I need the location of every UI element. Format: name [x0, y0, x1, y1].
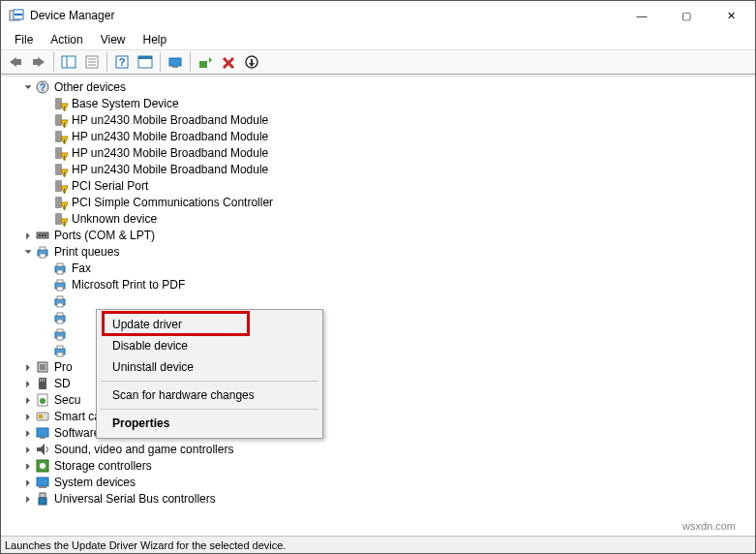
- tree-node[interactable]: •!PCI Serial Port: [2, 177, 754, 194]
- context-menu-properties[interactable]: Properties: [99, 413, 320, 434]
- svg-rect-69: [57, 346, 63, 349]
- context-menu-disable-device[interactable]: Disable device: [99, 335, 320, 356]
- warn-icon: !: [52, 112, 68, 128]
- caret-expanded-icon[interactable]: ⏷: [21, 82, 35, 92]
- svg-rect-76: [44, 379, 45, 382]
- context-menu-scan-hardware[interactable]: Scan for hardware changes: [99, 385, 320, 406]
- svg-point-78: [40, 398, 45, 404]
- uninstall-device-button[interactable]: [218, 51, 239, 73]
- caret-collapsed-icon[interactable]: ⏵: [21, 231, 35, 240]
- context-menu-update-driver[interactable]: Update driver: [99, 314, 320, 335]
- caret-expanded-icon[interactable]: ⏷: [21, 247, 35, 257]
- close-button[interactable]: ✕: [709, 1, 753, 30]
- show-hide-tree-button[interactable]: [58, 51, 79, 73]
- smartcard-icon: [35, 409, 50, 424]
- titlebar: Device Manager — ▢ ✕: [1, 1, 755, 30]
- tree-node[interactable]: •Microsoft Print to PDF: [2, 276, 754, 292]
- update-driver-button[interactable]: [195, 51, 216, 73]
- action-button[interactable]: [135, 51, 156, 73]
- tree-node[interactable]: •!HP un2430 Mobile Broadband Module: [2, 111, 754, 128]
- tree-node[interactable]: ⏵System devices: [2, 474, 754, 490]
- tree-node-label: Storage controllers: [54, 459, 152, 473]
- menu-action[interactable]: Action: [43, 31, 90, 48]
- caret-none: •: [39, 115, 52, 125]
- menu-view[interactable]: View: [93, 31, 134, 48]
- menu-file[interactable]: File: [7, 31, 41, 48]
- tree-node[interactable]: ⏷?Other devices: [2, 78, 754, 95]
- warn-icon: !: [52, 162, 68, 177]
- window-controls: — ▢ ✕: [620, 1, 753, 30]
- printer-icon: [52, 343, 68, 358]
- svg-text:!: !: [64, 187, 66, 194]
- tree-node[interactable]: ⏷Print queues: [2, 243, 754, 260]
- context-menu-uninstall-device[interactable]: Uninstall device: [99, 356, 320, 378]
- svg-rect-67: [57, 336, 63, 340]
- storage-icon: [35, 458, 50, 474]
- tree-node[interactable]: •!Base System Device: [2, 95, 754, 111]
- svg-rect-66: [57, 329, 63, 332]
- tree-node[interactable]: ⏵Storage controllers: [2, 457, 754, 474]
- statusbar-text: Launches the Update Driver Wizard for th…: [5, 539, 286, 551]
- nav-back-button[interactable]: [5, 51, 26, 73]
- svg-rect-2: [15, 14, 22, 15]
- tree-node-label: System devices: [54, 476, 136, 489]
- svg-rect-72: [40, 364, 45, 370]
- caret-collapsed-icon[interactable]: ⏵: [21, 379, 35, 388]
- tree-node-label: Sound, video and game controllers: [54, 443, 233, 456]
- port-icon: [35, 228, 50, 243]
- toolbar-separator: [190, 52, 191, 72]
- caret-collapsed-icon[interactable]: ⏵: [21, 477, 35, 487]
- tree-node[interactable]: •!HP un2430 Mobile Broadband Module: [2, 161, 754, 177]
- svg-rect-61: [57, 303, 63, 307]
- help-button[interactable]: ?: [111, 51, 133, 73]
- disable-device-button[interactable]: [241, 51, 262, 73]
- menu-help[interactable]: Help: [136, 31, 175, 48]
- tree-node[interactable]: •: [2, 292, 754, 309]
- svg-rect-5: [62, 56, 76, 68]
- svg-text:!: !: [64, 121, 66, 128]
- usb-icon: [35, 491, 50, 507]
- tree-node-label: HP un2430 Mobile Broadband Module: [72, 113, 268, 127]
- caret-collapsed-icon[interactable]: ⏵: [21, 412, 35, 421]
- toolbar: ?: [1, 49, 755, 75]
- tree-node[interactable]: ⏵Universal Serial Bus controllers: [2, 490, 754, 507]
- tree-node-label: Other devices: [54, 80, 126, 94]
- svg-rect-60: [57, 296, 63, 299]
- window-title: Device Manager: [30, 9, 620, 22]
- caret-none: •: [39, 148, 52, 158]
- printer-icon: [52, 277, 68, 292]
- maximize-button[interactable]: ▢: [664, 1, 709, 30]
- tree-node[interactable]: ⏵Ports (COM & LPT): [2, 227, 754, 243]
- svg-text:?: ?: [119, 56, 126, 68]
- tree-node[interactable]: •!PCI Simple Communications Controller: [2, 194, 754, 210]
- tree-node-label: Unknown device: [72, 212, 157, 226]
- tree-node[interactable]: ⏵Sound, video and game controllers: [2, 441, 754, 457]
- svg-rect-15: [169, 58, 181, 66]
- caret-collapsed-icon[interactable]: ⏵: [21, 428, 35, 438]
- caret-collapsed-icon[interactable]: ⏵: [21, 395, 35, 405]
- tree-node[interactable]: •Fax: [2, 260, 754, 276]
- caret-collapsed-icon[interactable]: ⏵: [21, 494, 35, 504]
- tree-node-label: Microsoft Print to PDF: [72, 278, 185, 292]
- caret-collapsed-icon[interactable]: ⏵: [21, 362, 35, 372]
- tree-node[interactable]: •!HP un2430 Mobile Broadband Module: [2, 128, 754, 144]
- printer-icon: [52, 310, 68, 325]
- minimize-button[interactable]: —: [620, 1, 664, 30]
- toolbar-separator: [53, 52, 54, 72]
- tree-node[interactable]: •!HP un2430 Mobile Broadband Module: [2, 144, 754, 161]
- caret-collapsed-icon[interactable]: ⏵: [21, 461, 35, 471]
- caret-none: •: [39, 313, 52, 323]
- svg-rect-81: [37, 428, 48, 437]
- nav-forward-button[interactable]: [28, 51, 49, 73]
- tree-node-label: Fax: [72, 262, 91, 275]
- software-icon: [35, 425, 50, 441]
- svg-rect-89: [39, 498, 46, 505]
- scan-hardware-button[interactable]: [165, 51, 186, 73]
- caret-none: •: [39, 165, 52, 174]
- system-icon: [35, 475, 50, 490]
- caret-collapsed-icon[interactable]: ⏵: [21, 445, 35, 454]
- svg-rect-86: [37, 477, 48, 486]
- properties-button[interactable]: [81, 51, 103, 73]
- device-tree-container[interactable]: ⏷?Other devices•!Base System Device•!HP …: [2, 76, 754, 535]
- tree-node[interactable]: •!Unknown device: [2, 210, 754, 227]
